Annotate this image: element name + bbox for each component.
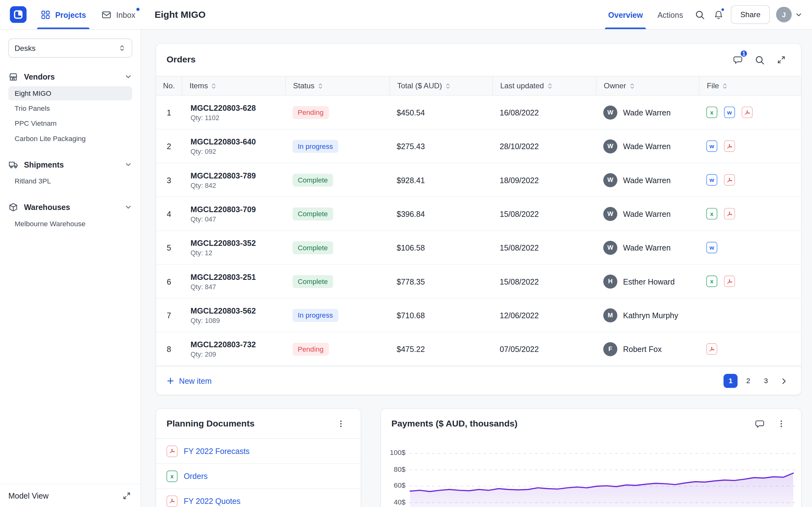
sort-icon [629, 82, 634, 89]
order-row[interactable]: 3MGCL220803-789Qty: 842Complete$928.4118… [156, 163, 801, 197]
shipments-section-header[interactable]: Shipments [8, 160, 133, 170]
tab-actions[interactable]: Actions [650, 0, 691, 29]
tab-overview-label: Overview [608, 10, 643, 19]
page-3-button[interactable]: 3 [759, 374, 773, 388]
owner-name: Wade Warren [623, 176, 670, 184]
nav-inbox-label: Inbox [116, 10, 135, 19]
row-number: 7 [156, 298, 182, 332]
planning-item[interactable]: FY 2022 Forecasts [156, 439, 361, 464]
notifications-button[interactable] [709, 5, 728, 24]
order-row[interactable]: 6MGCL220803-251Qty: 847Complete$778.3515… [156, 265, 801, 298]
planning-menu-button[interactable] [332, 414, 350, 433]
item-code: MGCL220803-640 [191, 137, 256, 146]
column-header-items[interactable]: Items [182, 76, 286, 95]
order-row[interactable]: 7MGCL220803-562Qty: 1089In progress$710.… [156, 298, 801, 332]
order-row[interactable]: 8MGCL220803-732Qty: 209Pending$475.2207/… [156, 332, 801, 366]
model-view-toggle[interactable]: Model View [0, 484, 141, 507]
last-updated: 15/08/2022 [493, 231, 596, 264]
pdf-file-icon[interactable] [742, 107, 753, 118]
column-label: No. [163, 82, 175, 90]
item-code: MGCL220803-251 [191, 272, 256, 281]
sidebar-section-shipments: Shipments Ritland 3PL [8, 160, 133, 188]
pdf-file-icon[interactable] [724, 174, 735, 186]
doc-file-icon[interactable]: w [706, 140, 717, 152]
planning-item-link[interactable]: FY 2022 Forecasts [184, 447, 250, 455]
payments-card-header: Payments ($ AUD, thousands) [381, 409, 801, 439]
sidebar-item-melbourne-warehouse[interactable]: Melbourne Warehouse [8, 217, 133, 231]
xls-file-icon[interactable]: x [166, 470, 177, 482]
page-1-button[interactable]: 1 [724, 374, 738, 388]
payments-title: Payments ($ AUD, thousands) [391, 419, 517, 429]
sidebar-item-ritland-3pl[interactable]: Ritland 3PL [8, 174, 133, 188]
order-row[interactable]: 4MGCL220803-709Qty: 047Complete$396.8415… [156, 197, 801, 231]
pdf-file-icon[interactable] [724, 208, 735, 220]
desks-selector[interactable]: Desks [8, 38, 133, 58]
sidebar-item-eight-migo[interactable]: Eight MIGO [8, 87, 133, 101]
storefront-icon [8, 72, 18, 82]
payments-comments-button[interactable] [750, 414, 769, 433]
search-icon [695, 10, 705, 20]
column-header-owner[interactable]: Owner [596, 76, 699, 95]
global-search-button[interactable] [690, 5, 709, 24]
column-header-file[interactable]: File [699, 76, 801, 95]
nav-inbox[interactable]: Inbox [94, 0, 143, 29]
next-page-button[interactable] [777, 374, 791, 388]
app-root: Projects Inbox Eight MIGO Overview Actio… [0, 0, 812, 507]
order-row[interactable]: 2MGCL220803-640Qty: 092In progress$275.4… [156, 129, 801, 163]
status-badge: Pending [293, 343, 329, 356]
planning-item-link[interactable]: Orders [184, 472, 207, 481]
owner-name: Robert Fox [623, 344, 662, 353]
order-row[interactable]: 1MGCL220803-628Qty: 1102Pending$450.5416… [156, 96, 801, 129]
pdf-file-icon[interactable] [166, 446, 177, 457]
tab-overview[interactable]: Overview [601, 0, 650, 29]
order-row[interactable]: 5MGCL220803-352Qty: 12Complete$106.5815/… [156, 231, 801, 265]
expand-table-button[interactable] [772, 51, 791, 69]
planning-item[interactable]: xOrders [156, 464, 361, 489]
warehouses-section-header[interactable]: Warehouses [8, 202, 133, 212]
status-badge: Pending [293, 106, 329, 119]
new-item-button[interactable]: New item [166, 377, 211, 385]
order-total: $396.84 [390, 197, 493, 231]
owner-name: Wade Warren [623, 243, 670, 252]
vendors-section-header[interactable]: Vendors [8, 72, 133, 82]
chart-area-fill [410, 473, 793, 507]
sidebar-item-ppc-vietnam[interactable]: PPC Vietnam [8, 116, 133, 130]
nav-projects[interactable]: Projects [33, 0, 94, 29]
page-2-button[interactable]: 2 [741, 374, 755, 388]
item-qty: Qty: 842 [191, 181, 216, 189]
pdf-file-icon[interactable] [724, 140, 735, 152]
payments-menu-button[interactable] [772, 414, 791, 433]
pdf-file-icon[interactable] [166, 496, 177, 507]
doc-file-icon[interactable]: w [706, 174, 717, 186]
table-search-button[interactable] [750, 51, 769, 69]
comments-button[interactable]: 1 [728, 51, 747, 69]
pdf-file-icon[interactable] [724, 276, 735, 287]
pdf-glyph [726, 210, 733, 217]
planning-item[interactable]: FY 2022 Quotes [156, 489, 361, 507]
column-header-status[interactable]: Status [285, 76, 389, 95]
chevron-down-icon [124, 73, 132, 80]
owner-avatar: W [603, 105, 617, 119]
owner-name: Wade Warren [623, 209, 670, 218]
shipments-list: Ritland 3PL [8, 174, 133, 188]
page-title: Eight MIGO [155, 0, 205, 30]
planning-item-link[interactable]: FY 2022 Quotes [184, 497, 241, 505]
chevron-right-icon [779, 377, 788, 385]
logo-icon [13, 9, 23, 20]
status-cell: Complete [285, 231, 389, 264]
share-button[interactable]: Share [731, 5, 770, 24]
column-header-total-aud-[interactable]: Total ($ AUD) [390, 76, 493, 95]
pdf-file-icon[interactable] [706, 343, 717, 355]
file-cell: w [699, 129, 801, 163]
column-label: File [707, 82, 719, 90]
column-header-last-updated[interactable]: Last updated [493, 76, 596, 95]
sidebar-item-carbon-lite-packaging[interactable]: Carbon Lite Packaging [8, 132, 133, 146]
xls-file-icon[interactable]: x [706, 208, 717, 220]
sidebar-item-trio-panels[interactable]: Trio Panels [8, 101, 133, 115]
xls-file-icon[interactable]: x [706, 107, 717, 118]
xls-file-icon[interactable]: x [706, 276, 717, 287]
app-logo[interactable] [10, 6, 27, 23]
doc-file-icon[interactable]: w [724, 107, 735, 118]
doc-file-icon[interactable]: w [706, 242, 717, 253]
user-menu[interactable]: J [776, 7, 803, 22]
